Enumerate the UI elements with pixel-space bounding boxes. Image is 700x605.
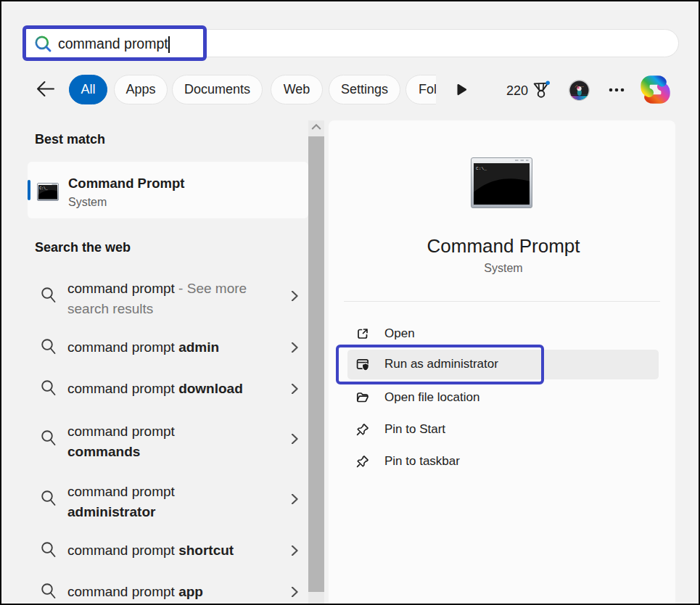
svg-text:C:\_: C:\_ xyxy=(476,166,487,171)
svg-text:C:\_: C:\_ xyxy=(39,186,48,190)
